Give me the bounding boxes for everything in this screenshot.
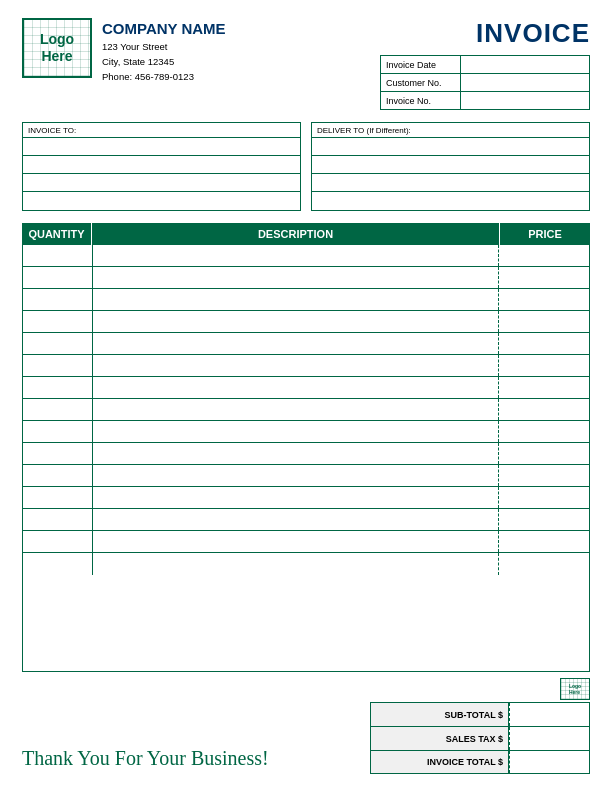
invoice-to-lines bbox=[23, 138, 300, 210]
row-price[interactable] bbox=[499, 487, 589, 508]
invoice-to-label: INVOICE TO: bbox=[23, 123, 300, 138]
totals-logo: LogoHere bbox=[370, 678, 590, 700]
row-desc[interactable] bbox=[93, 267, 499, 288]
row-price[interactable] bbox=[499, 399, 589, 420]
row-price[interactable] bbox=[499, 553, 589, 575]
table-row bbox=[23, 267, 589, 289]
row-desc[interactable] bbox=[93, 487, 499, 508]
field-row-customer-no: Customer No. bbox=[381, 74, 590, 92]
row-qty[interactable] bbox=[23, 531, 93, 552]
row-desc[interactable] bbox=[93, 311, 499, 332]
row-qty[interactable] bbox=[23, 509, 93, 530]
invoice-to-line4[interactable] bbox=[23, 192, 300, 210]
address-section: INVOICE TO: DELIVER TO (If Different): bbox=[22, 122, 590, 211]
header-left: Logo Here COMPANY NAME 123 Your Street C… bbox=[22, 18, 226, 85]
table-row bbox=[23, 245, 589, 267]
row-price[interactable] bbox=[499, 355, 589, 376]
company-details: 123 Your Street City, State 12345 Phone:… bbox=[102, 39, 226, 85]
field-value-invoice-date[interactable] bbox=[460, 56, 589, 74]
col-header-price: PRICE bbox=[500, 223, 590, 245]
table-row bbox=[23, 487, 589, 509]
invoice-to-line1[interactable] bbox=[23, 138, 300, 156]
invoicetotal-label: INVOICE TOTAL $ bbox=[371, 751, 509, 773]
row-desc[interactable] bbox=[93, 443, 499, 464]
row-qty[interactable] bbox=[23, 443, 93, 464]
row-price[interactable] bbox=[499, 333, 589, 354]
row-qty[interactable] bbox=[23, 377, 93, 398]
row-price[interactable] bbox=[499, 289, 589, 310]
row-price[interactable] bbox=[499, 267, 589, 288]
row-desc[interactable] bbox=[93, 333, 499, 354]
invoice-page: Logo Here COMPANY NAME 123 Your Street C… bbox=[0, 0, 612, 792]
table-row bbox=[23, 443, 589, 465]
table-row bbox=[23, 289, 589, 311]
field-label-invoice-no: Invoice No. bbox=[381, 92, 461, 110]
totals-logo-text: LogoHere bbox=[569, 683, 581, 695]
invoicetotal-row: INVOICE TOTAL $ bbox=[370, 750, 590, 774]
row-desc[interactable] bbox=[93, 509, 499, 530]
table-row bbox=[23, 399, 589, 421]
row-desc[interactable] bbox=[93, 531, 499, 552]
invoice-to-line2[interactable] bbox=[23, 156, 300, 174]
row-qty[interactable] bbox=[23, 311, 93, 332]
table-row bbox=[23, 421, 589, 443]
table-row bbox=[23, 377, 589, 399]
deliver-to-line4[interactable] bbox=[312, 192, 589, 210]
row-desc[interactable] bbox=[93, 245, 499, 266]
footer-area: Thank You For Your Business! LogoHere SU… bbox=[22, 678, 590, 774]
row-qty[interactable] bbox=[23, 333, 93, 354]
table-body bbox=[22, 245, 590, 672]
field-value-invoice-no[interactable] bbox=[460, 92, 589, 110]
deliver-to-line3[interactable] bbox=[312, 174, 589, 192]
row-qty[interactable] bbox=[23, 487, 93, 508]
row-desc[interactable] bbox=[93, 465, 499, 486]
items-table: QUANTITY DESCRIPTION PRICE bbox=[22, 223, 590, 672]
subtotal-value[interactable] bbox=[509, 703, 589, 726]
row-desc[interactable] bbox=[93, 421, 499, 442]
col-header-qty: QUANTITY bbox=[22, 223, 92, 245]
row-qty[interactable] bbox=[23, 355, 93, 376]
row-desc[interactable] bbox=[93, 553, 499, 575]
row-qty[interactable] bbox=[23, 399, 93, 420]
invoice-title: INVOICE bbox=[476, 18, 590, 49]
row-qty[interactable] bbox=[23, 267, 93, 288]
row-desc[interactable] bbox=[93, 377, 499, 398]
row-qty[interactable] bbox=[23, 289, 93, 310]
table-row bbox=[23, 553, 589, 575]
totals-logo-img: LogoHere bbox=[560, 678, 590, 700]
row-price[interactable] bbox=[499, 421, 589, 442]
totals-section: LogoHere SUB-TOTAL $ SALES TAX $ INVOICE… bbox=[370, 678, 590, 774]
deliver-to-lines bbox=[312, 138, 589, 210]
field-value-customer-no[interactable] bbox=[460, 74, 589, 92]
row-desc[interactable] bbox=[93, 399, 499, 420]
logo-line1: Logo bbox=[40, 31, 74, 47]
row-desc[interactable] bbox=[93, 289, 499, 310]
row-price[interactable] bbox=[499, 245, 589, 266]
row-qty[interactable] bbox=[23, 553, 93, 575]
row-price[interactable] bbox=[499, 465, 589, 486]
field-label-invoice-date: Invoice Date bbox=[381, 56, 461, 74]
salestax-value[interactable] bbox=[509, 727, 589, 750]
salestax-label: SALES TAX $ bbox=[371, 727, 509, 750]
deliver-to-line2[interactable] bbox=[312, 156, 589, 174]
row-price[interactable] bbox=[499, 311, 589, 332]
thank-you-text: Thank You For Your Business! bbox=[22, 747, 269, 774]
invoice-to-box: INVOICE TO: bbox=[22, 122, 301, 211]
deliver-to-label: DELIVER TO (If Different): bbox=[312, 123, 589, 138]
row-price[interactable] bbox=[499, 531, 589, 552]
row-qty[interactable] bbox=[23, 421, 93, 442]
invoice-to-line3[interactable] bbox=[23, 174, 300, 192]
table-row bbox=[23, 509, 589, 531]
field-row-invoice-date: Invoice Date bbox=[381, 56, 590, 74]
logo-text: Logo Here bbox=[40, 31, 74, 65]
deliver-to-line1[interactable] bbox=[312, 138, 589, 156]
row-qty[interactable] bbox=[23, 245, 93, 266]
row-price[interactable] bbox=[499, 509, 589, 530]
invoicetotal-value[interactable] bbox=[509, 751, 589, 773]
row-price[interactable] bbox=[499, 377, 589, 398]
table-header: QUANTITY DESCRIPTION PRICE bbox=[22, 223, 590, 245]
invoice-fields-table: Invoice Date Customer No. Invoice No. bbox=[380, 55, 590, 110]
row-desc[interactable] bbox=[93, 355, 499, 376]
row-qty[interactable] bbox=[23, 465, 93, 486]
row-price[interactable] bbox=[499, 443, 589, 464]
